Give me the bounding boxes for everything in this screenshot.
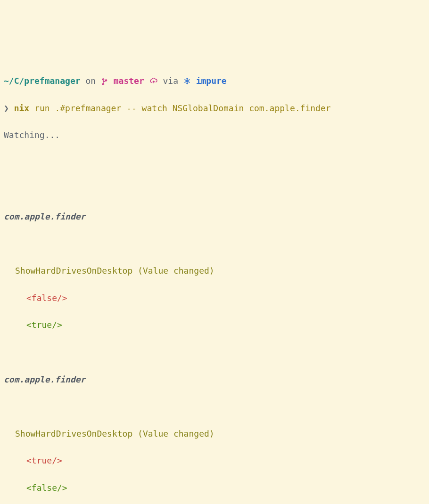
domain-header: com.apple.finder [4, 210, 425, 224]
prompt-branch: master [114, 76, 144, 86]
domain-header: com.apple.finder [4, 373, 425, 387]
prompt-via: via [158, 76, 183, 86]
prompt-line-2: ❯ nix run .#prefmanager -- watch NSGloba… [4, 102, 425, 115]
prompt-on: on [81, 76, 101, 86]
added-value: <true/> [4, 318, 425, 332]
added-value: <false/> [4, 481, 425, 495]
blank-line [4, 156, 425, 170]
change-key: ShowHardDrivesOnDesktop (Value changed) [4, 264, 425, 278]
blank-line [4, 183, 425, 196]
command-args[interactable]: run .#prefmanager -- watch NSGlobalDomai… [29, 103, 330, 113]
command-name[interactable]: nix [14, 103, 30, 113]
terminal-output: ~/C/prefmanager on master via impure ❯ n… [4, 61, 425, 504]
git-branch-icon [101, 76, 108, 86]
removed-value: <true/> [4, 454, 425, 468]
watching-text: Watching... [4, 129, 425, 142]
blank-line [4, 346, 425, 359]
blank-line [4, 237, 425, 251]
prompt-symbol: ❯ [4, 103, 9, 113]
prompt-path: ~/C/prefmanager [4, 76, 81, 86]
change-key: ShowHardDrivesOnDesktop (Value changed) [4, 427, 425, 441]
cloud-upload-icon [149, 76, 158, 86]
prompt-env: impure [196, 76, 227, 86]
blank-line [4, 400, 425, 414]
prompt-line-1: ~/C/prefmanager on master via impure [4, 74, 425, 88]
snowflake-icon [183, 76, 191, 86]
removed-value: <false/> [4, 292, 425, 305]
